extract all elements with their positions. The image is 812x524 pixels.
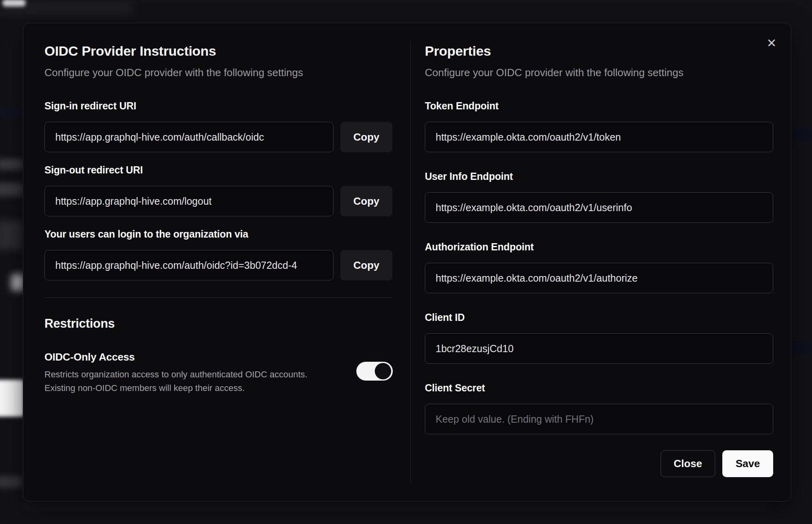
client-id-row [425, 333, 773, 364]
user-info-endpoint-label: User Info Endpoint [425, 170, 773, 183]
description-line-2: Existing non-OIDC members will keep thei… [44, 383, 245, 393]
background-band-left [0, 108, 23, 118]
background-band-right-top [791, 128, 812, 141]
copy-organization-login-uri-button[interactable]: Copy [340, 250, 392, 280]
section-divider [44, 297, 392, 298]
organization-login-uri-row: Copy [44, 250, 393, 280]
background-text-blur-3 [0, 476, 22, 488]
copy-sign-out-uri-button[interactable]: Copy [340, 186, 392, 216]
token-endpoint-row [425, 122, 773, 152]
copy-sign-in-uri-button[interactable]: Copy [340, 122, 392, 152]
background-topbar-blur [0, 0, 133, 16]
background-white-button-blur [0, 380, 24, 417]
user-info-endpoint-input[interactable] [425, 192, 773, 223]
description-line-1: Restricts organization access to only au… [44, 369, 308, 379]
oidc-only-access-toggle[interactable] [356, 362, 393, 381]
user-info-endpoint-row [425, 192, 773, 223]
restrictions-title: Restrictions [44, 316, 393, 331]
background-blob-blur [0, 220, 23, 250]
background-card-under-modal [23, 502, 768, 512]
column-divider [410, 41, 411, 484]
oidc-only-access-description: Restricts organization access to only au… [44, 368, 333, 395]
client-secret-row [425, 404, 773, 434]
oidc-settings-modal: ✕ OIDC Provider Instructions Configure y… [23, 23, 791, 502]
instructions-title: OIDC Provider Instructions [44, 42, 393, 59]
client-secret-label: Client Secret [425, 381, 773, 394]
sign-out-redirect-uri-row: Copy [44, 186, 393, 216]
organization-login-uri-label: Your users can login to the organization… [44, 228, 393, 240]
close-button[interactable]: Close [661, 450, 715, 477]
oidc-only-access-label: OIDC-Only Access [44, 351, 393, 364]
token-endpoint-label: Token Endpoint [425, 99, 773, 112]
sign-out-redirect-uri-label: Sign-out redirect URI [44, 163, 393, 176]
sign-in-redirect-uri-row: Copy [44, 122, 393, 152]
sign-out-redirect-uri-input[interactable] [44, 186, 334, 216]
authorization-endpoint-row [425, 263, 773, 293]
oidc-instructions-section: OIDC Provider Instructions Configure you… [44, 23, 393, 395]
instructions-subtitle: Configure your OIDC provider with the fo… [44, 66, 393, 79]
properties-subtitle: Configure your OIDC provider with the fo… [425, 66, 773, 79]
authorization-endpoint-input[interactable] [425, 263, 773, 293]
modal-actions: Close Save [425, 450, 773, 477]
organization-login-uri-input[interactable] [44, 250, 334, 280]
background-logo-blur [2, 0, 26, 6]
client-id-input[interactable] [425, 333, 773, 364]
oidc-only-access-row: OIDC-Only Access Restricts organization … [44, 351, 393, 395]
save-button[interactable]: Save [722, 450, 773, 477]
background-text-blur-1 [0, 159, 23, 170]
properties-section: Properties Configure your OIDC provider … [425, 23, 773, 477]
client-secret-input[interactable] [425, 404, 773, 434]
client-id-label: Client ID [425, 311, 773, 324]
toggle-knob [375, 363, 391, 379]
sign-in-redirect-uri-label: Sign-in redirect URI [44, 99, 393, 112]
sign-in-redirect-uri-input[interactable] [44, 122, 334, 152]
background-text-blur-2 [0, 183, 23, 196]
authorization-endpoint-label: Authorization Endpoint [425, 240, 773, 253]
background-band-right-bottom [791, 341, 812, 353]
properties-title: Properties [425, 42, 773, 59]
token-endpoint-input[interactable] [425, 122, 773, 152]
